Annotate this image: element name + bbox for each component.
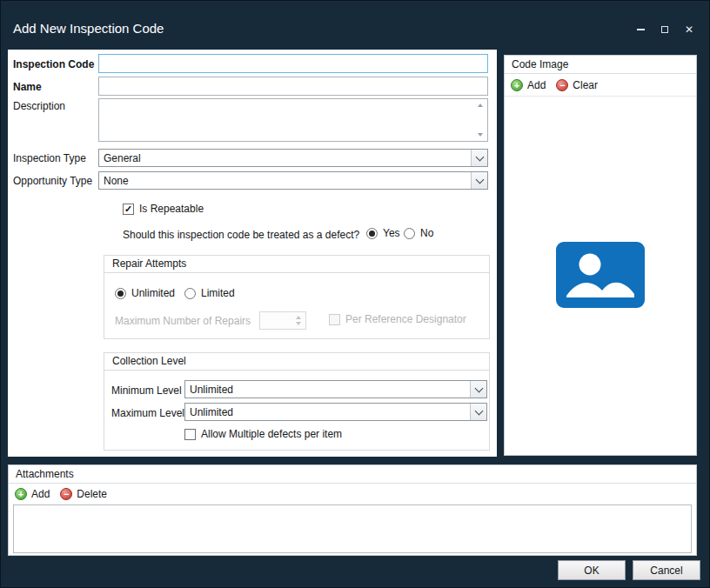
defect-no-label: No [420,227,433,239]
repair-attempts-group: Repair Attempts Unlimited Limited Maximu… [104,255,490,339]
max-repairs-spinner[interactable] [259,311,306,330]
scroll-down-icon[interactable] [478,133,483,137]
allow-multiple-checkbox[interactable] [184,429,196,440]
minimum-level-value: Unlimited [185,384,470,396]
code-image-add-label: Add [527,79,546,91]
maximum-level-select[interactable]: Unlimited [184,403,487,421]
allow-multiple-label: Allow Multiple defects per item [201,428,342,440]
inspection-type-label: Inspection Type [13,152,86,164]
defect-yes-label: Yes [383,227,400,239]
per-reference-label: Per Reference Designator [345,313,466,325]
delete-icon: − [60,488,72,500]
scroll-up-icon[interactable] [478,104,483,107]
chevron-down-icon [474,406,483,415]
inspection-type-select[interactable]: General [98,149,488,167]
is-repeatable-checkbox-row[interactable]: ✓ Is Repeatable [123,203,204,215]
spinner-up-icon[interactable] [296,316,301,319]
opportunity-type-select[interactable]: None [98,171,488,190]
is-repeatable-label: Is Repeatable [139,203,204,215]
inspection-type-dropdown-button[interactable] [471,150,487,166]
add-inspection-code-dialog: Add New Inspection Code ✕ Inspection Cod… [0,0,710,588]
close-button[interactable]: ✕ [683,23,695,36]
spinner-down-icon[interactable] [296,322,301,325]
maximum-level-label: Maximum Level [111,407,184,419]
minimize-icon [637,29,645,30]
ok-button[interactable]: OK [558,560,626,580]
window-controls: ✕ [634,23,695,36]
inspection-code-label: Inspection Code [13,58,94,70]
code-image-clear-label: Clear [573,79,598,91]
name-input[interactable] [98,77,488,96]
inspection-type-value: General [99,152,471,164]
limited-label: Limited [201,287,235,299]
minimum-level-dropdown-button[interactable] [470,381,486,398]
description-scrollbar[interactable] [473,100,486,140]
opportunity-type-label: Opportunity Type [13,175,92,187]
unlimited-radio[interactable] [115,288,126,299]
limited-radio-row[interactable]: Limited [184,287,235,299]
spinner-arrows-icon[interactable] [296,316,301,325]
form-panel: Inspection Code Name Description Inspect… [8,50,497,457]
description-label: Description [13,100,65,112]
code-image-panel: Code Image + Add − Clear [504,55,697,456]
clear-icon: − [556,79,568,91]
code-image-clear-button[interactable]: − Clear [556,79,598,91]
per-reference-checkbox-row[interactable]: Per Reference Designator [329,313,466,325]
opportunity-type-dropdown-button[interactable] [471,172,487,189]
chevron-down-icon [475,152,484,161]
titlebar[interactable]: Add New Inspection Code ✕ [1,1,709,46]
attachments-delete-label: Delete [77,488,107,500]
name-label: Name [13,81,42,93]
maximum-level-dropdown-button[interactable] [470,404,486,420]
per-reference-checkbox[interactable] [329,314,340,325]
maximize-icon [661,26,668,33]
unlimited-radio-row[interactable]: Unlimited [115,287,175,299]
code-image-area[interactable] [506,96,695,454]
attachments-delete-button[interactable]: − Delete [60,488,107,500]
defect-no-radio[interactable] [404,228,415,239]
add-icon: + [15,488,27,500]
maximize-button[interactable] [659,23,671,36]
minimum-level-label: Minimum Level [111,384,182,397]
allow-multiple-checkbox-row[interactable]: Allow Multiple defects per item [184,428,342,440]
is-repeatable-checkbox[interactable]: ✓ [123,204,134,215]
defect-yes-radio-row[interactable]: Yes [366,227,400,239]
attachments-toolbar: + Add − Delete [9,484,696,504]
unlimited-label: Unlimited [131,287,175,299]
opportunity-type-value: None [99,175,471,187]
code-image-title: Code Image [505,56,696,74]
defect-no-radio-row[interactable]: No [404,227,433,239]
minimize-button[interactable] [634,23,646,36]
limited-radio[interactable] [184,288,196,299]
defect-yes-radio[interactable] [366,228,378,239]
attachments-panel: Attachments + Add − Delete [8,464,697,556]
window-title: Add New Inspection Code [13,21,164,36]
chevron-down-icon [475,175,484,184]
attachments-title: Attachments [9,465,696,484]
inspection-code-input[interactable] [98,54,488,73]
maximum-level-value: Unlimited [185,406,470,418]
code-image-toolbar: + Add − Clear [505,74,696,97]
add-icon: + [511,79,523,91]
minimum-level-select[interactable]: Unlimited [184,380,487,398]
code-image-add-button[interactable]: + Add [511,79,546,91]
description-textarea[interactable] [98,98,488,142]
defect-question-label: Should this inspection code be treated a… [123,229,359,241]
max-repairs-label: Maximum Number of Repairs [115,315,251,327]
attachments-add-label: Add [31,488,50,500]
cancel-button[interactable]: Cancel [633,560,700,580]
attachments-add-button[interactable]: + Add [15,488,50,500]
collection-level-group: Collection Level Minimum Level Unlimited… [104,352,490,451]
attachments-list[interactable] [13,504,692,553]
repair-attempts-title: Repair Attempts [104,256,489,273]
image-placeholder-icon [555,241,646,309]
collection-level-title: Collection Level [104,353,489,371]
chevron-down-icon [474,384,483,392]
